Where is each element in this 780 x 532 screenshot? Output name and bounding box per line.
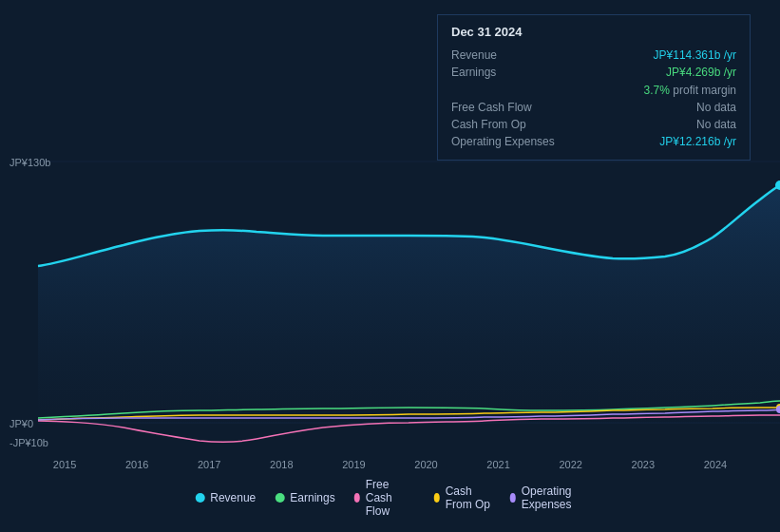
tooltip-value-fcf: No data (696, 101, 736, 114)
legend-label-fcf: Free Cash Flow (366, 478, 415, 518)
tooltip-label-revenue: Revenue (451, 48, 556, 62)
legend-dot-fcf (354, 493, 360, 503)
legend-label-earnings: Earnings (290, 491, 334, 504)
tooltip: Dec 31 2024 Revenue JP¥114.361b /yr Earn… (437, 14, 751, 161)
y-axis-zero-label: JP¥0 (10, 418, 33, 429)
y-axis-top-label: JP¥130b (10, 157, 50, 168)
chart-container: JP¥130b JP¥0 -JP¥10b 2015 2016 2017 2018… (0, 0, 780, 532)
x-label-2015: 2015 (53, 459, 76, 470)
x-label-2022: 2022 (559, 459, 581, 470)
legend-dot-earnings (275, 493, 284, 503)
x-label-2018: 2018 (270, 459, 293, 470)
legend-item-fcf[interactable]: Free Cash Flow (354, 478, 415, 518)
x-axis: 2015 2016 2017 2018 2019 2020 2021 2022 … (0, 459, 780, 470)
tooltip-label-cashop: Cash From Op (451, 118, 556, 131)
tooltip-value-cashop: No data (696, 118, 736, 131)
tooltip-value-opex: JP¥12.216b /yr (659, 135, 736, 148)
tooltip-row-earnings: Earnings JP¥4.269b /yr (451, 64, 736, 81)
legend-label-cashop: Cash From Op (446, 484, 491, 511)
legend-item-opex[interactable]: Operating Expenses (510, 484, 585, 511)
x-label-2024: 2024 (704, 459, 727, 470)
legend-dot-cashop (434, 493, 440, 503)
tooltip-value-revenue: JP¥114.361b /yr (654, 48, 736, 62)
legend-label-opex: Operating Expenses (522, 484, 585, 511)
legend-item-earnings[interactable]: Earnings (275, 491, 334, 504)
legend-item-revenue[interactable]: Revenue (195, 491, 256, 504)
x-label-2021: 2021 (486, 459, 509, 470)
x-label-2016: 2016 (125, 459, 148, 470)
x-label-2023: 2023 (632, 459, 655, 470)
chart-legend: Revenue Earnings Free Cash Flow Cash Fro… (195, 478, 585, 518)
legend-item-cashop[interactable]: Cash From Op (434, 484, 491, 511)
tooltip-row-opex: Operating Expenses JP¥12.216b /yr (451, 133, 736, 150)
tooltip-label-fcf: Free Cash Flow (451, 101, 556, 114)
x-label-2020: 2020 (414, 459, 437, 470)
legend-dot-revenue (195, 493, 204, 503)
x-label-2017: 2017 (198, 459, 220, 470)
tooltip-row-cashop: Cash From Op No data (451, 116, 736, 133)
tooltip-label-opex: Operating Expenses (451, 135, 556, 148)
tooltip-row-revenue: Revenue JP¥114.361b /yr (451, 47, 736, 64)
tooltip-date: Dec 31 2024 (451, 25, 736, 39)
tooltip-row-fcf: Free Cash Flow No data (451, 99, 736, 116)
legend-label-revenue: Revenue (210, 491, 256, 504)
y-axis-neg-label: -JP¥10b (10, 437, 48, 448)
tooltip-label-earnings: Earnings (451, 66, 556, 79)
tooltip-value-earnings: JP¥4.269b /yr (666, 66, 736, 79)
legend-dot-opex (510, 493, 516, 503)
tooltip-row-margin: 3.7% profit margin (451, 81, 736, 99)
x-label-2019: 2019 (342, 459, 365, 470)
tooltip-value-margin: 3.7% profit margin (644, 83, 736, 97)
